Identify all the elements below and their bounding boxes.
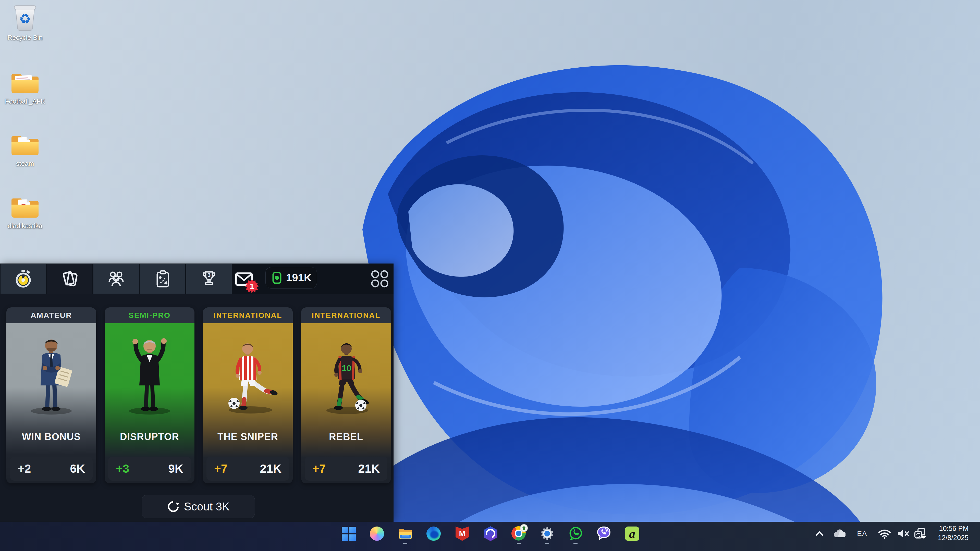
cash-icon: [271, 271, 283, 284]
card-bonus: +7: [312, 462, 326, 475]
folder-with-document-icon: [5, 127, 45, 158]
tab-cards[interactable]: [47, 264, 92, 294]
desktop-icon-label: Recycle Bin: [5, 34, 45, 41]
scout-card-rebel[interactable]: INTERNATIONAL 10: [301, 307, 391, 483]
card-tier: INTERNATIONAL: [301, 307, 391, 323]
viber-icon: [597, 526, 611, 541]
whatsapp-icon: [568, 526, 583, 541]
card-name: THE SNIPER: [203, 431, 293, 442]
game-window: 3 1 191K: [0, 264, 393, 522]
tray-update-button[interactable]: [913, 526, 928, 541]
folder-with-pdf-icon: [5, 190, 45, 220]
edge-icon: [426, 527, 441, 541]
wifi-icon: [878, 529, 891, 539]
scout-card-the-sniper[interactable]: INTERNATIONAL: [203, 307, 293, 483]
taskbar-vpn-button[interactable]: [483, 526, 498, 541]
card-bonus: +3: [116, 462, 129, 475]
scout-button[interactable]: Scout 3K: [142, 495, 255, 518]
card-stats: +7 21K: [207, 457, 289, 481]
desktop-screen: ♻ Recycle Bin Football_AFK: [0, 0, 980, 551]
tactics-clipboard-icon: [153, 269, 172, 288]
vpn-hexagon-icon: [484, 526, 497, 541]
card-stats: +2 6K: [10, 457, 93, 481]
folder-with-documents-icon: [5, 65, 45, 95]
desktop-icon-label: diadikastika: [5, 222, 45, 230]
refresh-icon: [167, 500, 180, 513]
clock-date: 12/8/2025: [938, 533, 969, 542]
chrome-icon: [511, 526, 526, 541]
mail-button[interactable]: 1: [233, 268, 255, 290]
card-price: 21K: [358, 462, 380, 475]
taskbar-file-explorer-button[interactable]: [398, 526, 413, 541]
tray-clock[interactable]: 10:56 PM 12/8/2025: [938, 524, 969, 542]
language-label: EΛ: [857, 530, 867, 538]
tray-onedrive-button[interactable]: [832, 526, 847, 541]
file-explorer-icon: [398, 527, 412, 540]
currency-value: 191K: [286, 272, 312, 284]
grid-menu-button[interactable]: [371, 270, 389, 288]
taskbar-a-game-button[interactable]: a: [625, 526, 640, 541]
taskbar-edge-button[interactable]: [426, 526, 441, 541]
taskbar-whatsapp-button[interactable]: [568, 526, 583, 541]
taskbar-viber-button[interactable]: [596, 526, 611, 541]
card-name: WIN BONUS: [6, 431, 96, 442]
onedrive-cloud-icon: [833, 529, 845, 538]
chrome-tab-badge-icon: [520, 524, 528, 532]
tray-language-indicator[interactable]: EΛ: [854, 526, 870, 541]
settings-gear-icon: ⚙: [539, 526, 555, 541]
card-tier: INTERNATIONAL: [203, 307, 293, 323]
card-price: 9K: [168, 462, 183, 475]
running-indicator: [517, 543, 521, 545]
tab-tactics[interactable]: [140, 264, 185, 294]
card-name: DISRUPTOR: [105, 431, 194, 442]
running-indicator: [573, 543, 578, 545]
card-tier: SEMI-PRO: [105, 307, 194, 323]
tab-trophies[interactable]: 3: [186, 264, 232, 294]
tab-timer[interactable]: [0, 264, 46, 294]
card-bonus: +2: [18, 462, 31, 475]
trophy-number: 3: [207, 272, 210, 278]
running-indicator: [403, 543, 407, 545]
copilot-icon: [370, 527, 384, 541]
desktop-icon-football-afk[interactable]: Football_AFK: [5, 65, 45, 105]
chevron-up-icon: [815, 530, 824, 537]
scout-card-disruptor[interactable]: SEMI-PRO: [105, 307, 194, 483]
a-game-icon: a: [625, 527, 639, 541]
desktop-icon-label: steam: [5, 160, 45, 168]
taskbar-copilot-button[interactable]: [369, 526, 385, 541]
scout-button-label: Scout 3K: [184, 500, 230, 513]
update-icon: [914, 527, 926, 540]
tray-chevron-button[interactable]: [813, 526, 826, 541]
tray-volume-button[interactable]: [896, 526, 911, 541]
recycle-bin-icon: ♻: [5, 2, 45, 32]
card-stats: +3 9K: [108, 457, 191, 481]
taskbar-chrome-button[interactable]: [511, 526, 527, 541]
card-name: REBEL: [301, 431, 391, 442]
card-stats: +7 21K: [305, 457, 387, 481]
card-price: 6K: [70, 462, 85, 475]
desktop-icon-label: Football_AFK: [5, 97, 45, 105]
taskbar-mcafee-button[interactable]: M: [455, 526, 470, 541]
scout-card-win-bonus[interactable]: AMATEUR: [6, 307, 96, 483]
card-tier: AMATEUR: [6, 307, 96, 323]
game-header: 3 1 191K: [0, 264, 393, 294]
taskbar-start-button[interactable]: [341, 526, 356, 541]
squad-icon: [107, 269, 126, 288]
cards-icon: [60, 269, 79, 288]
grid-circles-icon: [371, 270, 389, 288]
running-indicator: [545, 543, 549, 545]
svg-text:10: 10: [342, 363, 352, 373]
desktop-icon-steam[interactable]: steam: [5, 127, 45, 168]
tab-squad[interactable]: [94, 264, 139, 294]
stopwatch-icon: [14, 269, 33, 288]
tray-wifi-button[interactable]: [877, 526, 892, 541]
card-price: 21K: [260, 462, 282, 475]
windows-logo-icon: [342, 527, 356, 541]
volume-muted-icon: [897, 529, 910, 538]
desktop-icon-diadikastika[interactable]: diadikastika: [5, 190, 45, 230]
currency-chip[interactable]: 191K: [266, 267, 317, 289]
card-bonus: +7: [214, 462, 228, 475]
trophy-icon: 3: [200, 269, 218, 288]
desktop-icon-recycle-bin[interactable]: ♻ Recycle Bin: [5, 2, 45, 41]
taskbar-settings-button[interactable]: ⚙: [539, 526, 555, 541]
